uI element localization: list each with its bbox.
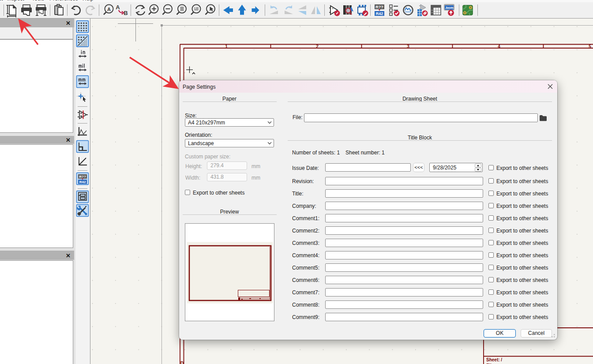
svg-text:A: A — [116, 4, 120, 11]
svg-text:A: A — [107, 7, 111, 12]
svg-text:B: B — [124, 10, 128, 16]
svg-text:+: + — [332, 7, 334, 10]
svg-text:4: 4 — [498, 44, 500, 49]
svg-text:R42: R42 — [376, 11, 383, 16]
svg-text:R??: R?? — [79, 175, 86, 179]
svg-text:.bom: .bom — [445, 6, 453, 10]
svg-text:D: D — [180, 361, 184, 364]
svg-text:Sheet: /: Sheet: / — [486, 357, 502, 362]
svg-text:2: 2 — [316, 44, 319, 49]
svg-text:3: 3 — [407, 44, 409, 49]
svg-text:1: 1 — [225, 44, 228, 49]
svg-text:R??: R?? — [375, 5, 383, 9]
svg-text:5: 5 — [589, 44, 591, 49]
svg-text:R42: R42 — [79, 180, 86, 184]
